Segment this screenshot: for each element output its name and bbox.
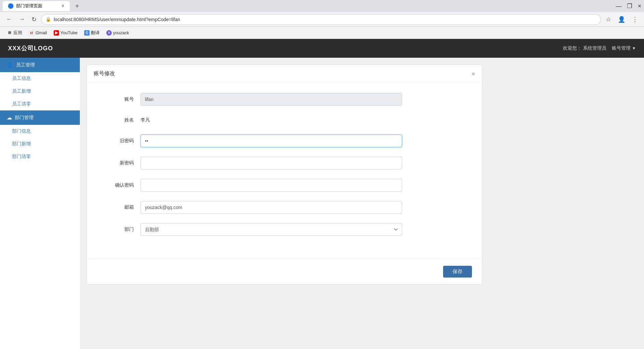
new-password-label: 新密码 xyxy=(107,160,134,166)
forward-button[interactable]: → xyxy=(17,14,27,24)
account-label: 账号管理 xyxy=(612,45,631,51)
email-input[interactable] xyxy=(141,201,402,214)
tab-close-button[interactable]: × xyxy=(61,3,64,9)
translate-icon: G xyxy=(84,30,90,36)
new-password-field-row: 新密码 xyxy=(107,157,462,169)
browser-tab[interactable]: 部门管理页面 × xyxy=(3,1,70,11)
window-close-button[interactable]: × xyxy=(638,3,641,10)
window-maximize-button[interactable]: ❐ xyxy=(627,2,632,10)
top-nav-right: 欢迎您： 系统管理员 账号管理 ▼ xyxy=(563,45,636,51)
account-edit-panel: 账号修改 × 账号 姓名 李凡 xyxy=(87,64,482,285)
save-button[interactable]: 保存 xyxy=(443,266,472,278)
company-logo: XXX公司LOGO xyxy=(8,44,53,52)
youzack-icon: Y xyxy=(106,30,112,36)
bookmark-youzack-label: youzack xyxy=(113,30,129,35)
sidebar-item-dept-add-label: 部门新增 xyxy=(12,141,31,146)
dept-label: 部门 xyxy=(107,227,134,233)
sidebar-item-dept-mgmt-label: 部门管理 xyxy=(15,115,34,121)
name-label: 姓名 xyxy=(107,117,134,123)
old-password-label: 旧密码 xyxy=(107,138,134,144)
back-button[interactable]: ← xyxy=(4,14,14,24)
email-field-row: 邮箱 xyxy=(107,201,462,214)
toolbar-right: ☆ 👤 ⋮ xyxy=(604,14,640,24)
bookmark-apps-label: 应用 xyxy=(13,30,22,36)
welcome-text: 欢迎您： 系统管理员 xyxy=(563,45,606,51)
sidebar-item-dept-clear-label: 部门清零 xyxy=(12,154,31,159)
sidebar-item-dept-info[interactable]: 部门信息 xyxy=(0,125,80,138)
gmail-icon: M xyxy=(29,30,34,36)
bookmark-youtube-label: YouTube xyxy=(60,30,77,35)
form-panel-close-button[interactable]: × xyxy=(471,70,475,77)
sidebar: 👤 员工管理 员工信息 员工新增 员工清零 ☁ 部门管理 部门信息 xyxy=(0,58,80,349)
sidebar-item-dept-add[interactable]: 部门新增 xyxy=(0,138,80,150)
sidebar-item-employee-clear[interactable]: 员工清零 xyxy=(0,98,80,110)
dept-field-row: 部门 后勤部 技术部 市场部 人事部 xyxy=(107,223,462,236)
account-icon[interactable]: 👤 xyxy=(616,14,627,24)
top-nav: XXX公司LOGO 欢迎您： 系统管理员 账号管理 ▼ xyxy=(0,39,644,58)
sidebar-item-employee-mgmt[interactable]: 👤 员工管理 xyxy=(0,58,80,72)
name-field-row: 姓名 李凡 xyxy=(107,115,462,125)
security-icon: 🔒 xyxy=(46,17,51,22)
page-content: XXX公司LOGO 欢迎您： 系统管理员 账号管理 ▼ 👤 员工管理 员工信息 xyxy=(0,39,644,349)
form-panel-footer: 保存 xyxy=(87,259,482,284)
address-text: localhost:8080/HRMS/user/emmupdate.html?… xyxy=(54,17,180,22)
reload-button[interactable]: ↻ xyxy=(30,14,39,24)
sidebar-item-employee-info-label: 员工信息 xyxy=(12,76,31,81)
old-password-field-row: 旧密码 xyxy=(107,135,462,147)
account-input[interactable] xyxy=(141,93,402,106)
browser-window: 部门管理页面 × + — ❐ × ← → ↻ 🔒 localhost:8080/… xyxy=(0,0,644,349)
sidebar-item-employee-info[interactable]: 员工信息 xyxy=(0,72,80,85)
sidebar-item-employee-add-label: 员工新增 xyxy=(12,88,31,94)
new-tab-button[interactable]: + xyxy=(72,2,82,10)
bookmark-translate[interactable]: G 翻译 xyxy=(82,29,102,37)
content-area: 账号修改 × 账号 姓名 李凡 xyxy=(80,58,644,349)
new-password-input[interactable] xyxy=(141,157,402,169)
employee-mgmt-icon: 👤 xyxy=(7,62,13,68)
confirm-password-field-row: 确认密码 xyxy=(107,179,462,192)
bookmark-gmail[interactable]: M Gmail xyxy=(26,29,50,37)
account-field-row: 账号 xyxy=(107,93,462,106)
bookmark-gmail-label: Gmail xyxy=(36,30,47,35)
main-layout: 👤 员工管理 员工信息 员工新增 员工清零 ☁ 部门管理 部门信息 xyxy=(0,58,644,349)
bookmarks-bar: ⊞ 应用 M Gmail ▶ YouTube G 翻译 Y youzack xyxy=(0,27,644,39)
bookmark-translate-label: 翻译 xyxy=(91,30,100,36)
email-label: 邮箱 xyxy=(107,204,134,210)
dept-mgmt-icon: ☁ xyxy=(7,114,12,121)
form-panel-title: 账号修改 xyxy=(94,70,115,77)
tab-title: 部门管理页面 xyxy=(16,3,42,9)
sidebar-item-employee-mgmt-label: 员工管理 xyxy=(16,62,35,68)
sidebar-item-employee-add[interactable]: 员工新增 xyxy=(0,85,80,98)
confirm-password-label: 确认密码 xyxy=(107,182,134,188)
youtube-icon: ▶ xyxy=(54,30,59,36)
account-dropdown-arrow: ▼ xyxy=(632,46,636,51)
window-minimize-button[interactable]: — xyxy=(615,3,622,10)
bookmark-star-icon[interactable]: ☆ xyxy=(604,14,613,24)
bookmark-apps[interactable]: ⊞ 应用 xyxy=(4,29,25,37)
browser-titlebar: 部门管理页面 × + — ❐ × xyxy=(0,0,644,12)
window-controls: — ❐ × xyxy=(615,2,641,10)
name-value: 李凡 xyxy=(141,115,150,125)
browser-toolbar: ← → ↻ 🔒 localhost:8080/HRMS/user/emmupda… xyxy=(0,12,644,27)
sidebar-item-dept-info-label: 部门信息 xyxy=(12,128,31,134)
dept-select[interactable]: 后勤部 技术部 市场部 人事部 xyxy=(141,223,402,236)
confirm-password-input[interactable] xyxy=(141,179,402,192)
form-panel-body: 账号 姓名 李凡 旧密码 xyxy=(87,83,482,259)
sidebar-item-employee-clear-label: 员工清零 xyxy=(12,101,31,106)
tab-favicon xyxy=(8,3,13,9)
apps-icon: ⊞ xyxy=(7,30,12,36)
address-bar[interactable]: 🔒 localhost:8080/HRMS/user/emmupdate.htm… xyxy=(41,14,601,25)
menu-icon[interactable]: ⋮ xyxy=(630,14,640,24)
sidebar-item-dept-mgmt[interactable]: ☁ 部门管理 xyxy=(0,110,80,125)
old-password-input[interactable] xyxy=(141,135,402,147)
account-menu-button[interactable]: 账号管理 ▼ xyxy=(612,45,636,51)
form-panel-header: 账号修改 × xyxy=(87,65,482,83)
account-label: 账号 xyxy=(107,96,134,102)
bookmark-youtube[interactable]: ▶ YouTube xyxy=(51,29,80,37)
sidebar-item-dept-clear[interactable]: 部门清零 xyxy=(0,150,80,163)
bookmark-youzack[interactable]: Y youzack xyxy=(104,29,132,37)
